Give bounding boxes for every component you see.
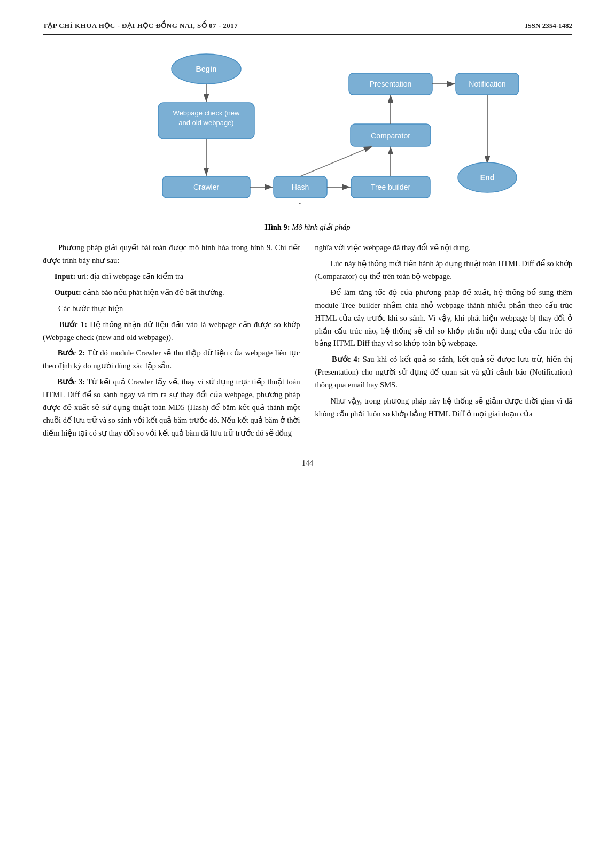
svg-text:End: End xyxy=(480,173,494,182)
left-p4: Các bước thực hiện xyxy=(43,303,300,315)
buoc2-label: Bước 2: xyxy=(58,348,85,357)
left-p1: Phương pháp giải quyết bài toán được mô … xyxy=(43,242,300,267)
output-label: Output: xyxy=(55,288,81,297)
diagram-container: Begin Webpage check (new and old webpage… xyxy=(43,48,572,219)
right-p5: Như vậy, trong phương pháp này hệ thống … xyxy=(315,395,573,421)
right-p1: nghĩa với việc webpage đã thay đổi về nộ… xyxy=(315,242,573,254)
figure-number: Hình 9: xyxy=(264,223,290,231)
figure-caption: Hình 9: Mô hình giải pháp xyxy=(43,223,572,232)
right-p2: Lúc này hệ thống mới tiến hành áp dụng t… xyxy=(315,258,573,283)
left-p2: Input: url: địa chỉ webpage cần kiểm tra xyxy=(43,270,300,283)
page-number: 144 xyxy=(43,459,572,468)
input-label: Input: xyxy=(55,272,76,281)
buoc4-label: Bước 4: xyxy=(332,355,360,363)
left-p5: Bước 1: Hệ thống nhận dữ liệu đầu vào là… xyxy=(43,319,300,344)
input-text: url: địa chỉ webpage cần kiểm tra xyxy=(75,272,183,281)
diagram: Begin Webpage check (new and old webpage… xyxy=(89,48,527,219)
left-p6: Bước 2: Từ đó module Crawler sẽ thu thập… xyxy=(43,347,300,373)
buoc1-label: Bước 1: xyxy=(59,320,87,329)
left-column: Phương pháp giải quyết bài toán được mô … xyxy=(43,242,300,443)
buoc3-text: Từ kết quả Crawler lấy về, thay vì sử dụ… xyxy=(43,377,300,437)
right-column: nghĩa với việc webpage đã thay đổi về nộ… xyxy=(315,242,573,443)
right-p3: Để làm tăng tốc độ của phương pháp đề xu… xyxy=(315,286,573,351)
issn: ISSN 2354-1482 xyxy=(525,21,573,30)
page: TẠP CHÍ KHOA HỌC - ĐẠI HỌC ĐỒNG NAI, SỐ … xyxy=(0,0,615,868)
svg-text:and old webpage): and old webpage) xyxy=(178,119,233,127)
svg-text:Presentation: Presentation xyxy=(369,80,411,88)
journal-title: TẠP CHÍ KHOA HỌC - ĐẠI HỌC ĐỒNG NAI, SỐ … xyxy=(43,21,238,30)
svg-text:Tree builder: Tree builder xyxy=(370,183,410,191)
svg-text:Crawler: Crawler xyxy=(193,183,219,191)
svg-text:-: - xyxy=(299,199,301,207)
svg-text:Hash: Hash xyxy=(291,183,309,191)
svg-text:Comparator: Comparator xyxy=(371,131,410,140)
svg-text:Webpage check (new: Webpage check (new xyxy=(173,109,239,117)
svg-text:Notification: Notification xyxy=(469,80,505,88)
svg-line-20 xyxy=(300,146,372,176)
content-columns: Phương pháp giải quyết bài toán được mô … xyxy=(43,242,572,443)
right-p4: Bước 4: Sau khi có kết quả so sánh, kết … xyxy=(315,353,573,392)
left-p7: Bước 3: Từ kết quả Crawler lấy về, thay … xyxy=(43,376,300,440)
svg-text:Begin: Begin xyxy=(196,65,216,73)
left-p3: Output: cảnh báo nếu phát hiện vấn đề bấ… xyxy=(43,286,300,299)
output-text: cảnh báo nếu phát hiện vấn đề bất thường… xyxy=(81,288,224,297)
page-header: TẠP CHÍ KHOA HỌC - ĐẠI HỌC ĐỒNG NAI, SỐ … xyxy=(43,21,572,35)
buoc3-label: Bước 3: xyxy=(57,377,85,386)
figure-title: Mô hình giải pháp xyxy=(292,223,350,231)
